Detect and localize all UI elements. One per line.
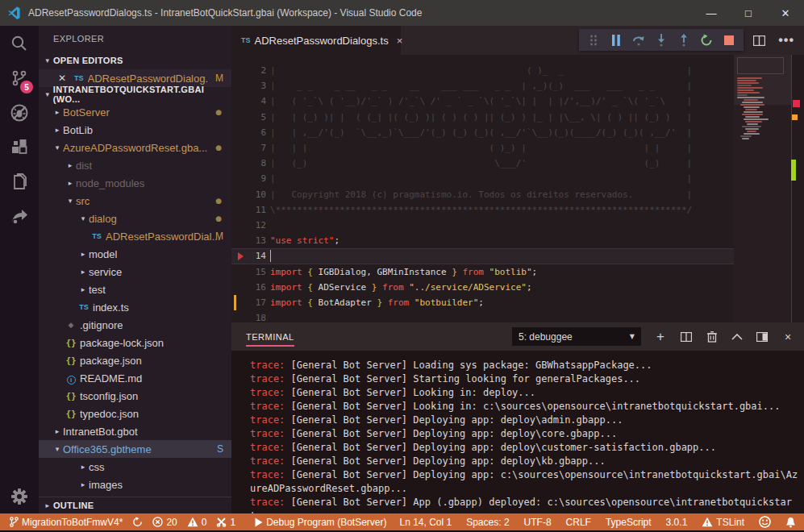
code-line-11[interactable]: 11\*************************************… [231,202,804,218]
extensions-icon[interactable] [0,130,39,164]
chevron-right-icon: ▸ [52,108,63,116]
new-terminal-icon[interactable]: + [651,322,670,351]
line-col-indicator[interactable]: Ln 14, Col 1 [399,517,452,528]
eol-indicator[interactable]: CRLF [566,517,591,528]
chevron-right-icon: ▸ [77,463,89,471]
code-line-8[interactable]: 8| (_) \___/' (_) | [231,156,804,171]
code-line-5[interactable]: 5| | (_) )| | ( (_| |( (_) )| ( ) ( ) ||… [231,110,804,125]
feedback-smiley-icon[interactable] [759,516,771,528]
warnings-item[interactable]: 0 [187,517,207,528]
code-line-10[interactable]: 10| Copyright 2018 (c) pragmatismo.io. T… [231,187,804,202]
terminal-output[interactable]: trace: [General Bot Server] Loading sys … [250,351,801,513]
kill-terminal-icon[interactable] [702,322,722,351]
tslint-item[interactable]: TSLint [702,517,744,528]
pause-icon[interactable] [608,32,624,48]
split-editor-icon[interactable] [753,35,765,46]
tree-item-package-lock-json[interactable]: {}package-lock.json [39,334,231,351]
tree-item-test[interactable]: ▸test [39,281,231,298]
terminal-line: trace: [General Bot Server] Looking in: … [250,386,801,400]
code-line-9[interactable]: 9| | [231,171,804,186]
errors-item[interactable]: 20 [152,517,177,528]
code-line-4[interactable]: 4| ( '_`\ ( '__)/'_` ) /'_`\ /' _ ` _ `\… [231,94,804,109]
version-indicator[interactable]: 3.0.1 [666,517,688,528]
minimap[interactable] [734,55,791,322]
documents-icon[interactable] [0,164,39,199]
tab-adresetpassworddialogs[interactable]: TS ADResetPasswordDialogs.ts × [231,26,401,55]
tree-item-package-json[interactable]: {}package.json [39,351,231,369]
tree-item-adresetpassworddial-[interactable]: TSADResetPasswordDial...M [39,227,231,245]
tree-item-dist[interactable]: ▸dist [39,156,231,174]
terminal-select[interactable]: 5: debuggee ▼ [512,327,641,346]
tree-item-azureadpasswordreset-gba-[interactable]: ▾AzureADPasswordReset.gba...● [39,139,231,156]
debug-icon[interactable] [0,95,39,130]
tree-item-service[interactable]: ▸service [39,263,231,281]
terminal-tab[interactable]: TERMINAL [246,322,294,351]
tree-item-dialog[interactable]: ▾dialog● [39,210,231,227]
code-line-2[interactable]: 2| ( )_ _ | [231,63,804,78]
tree-item-botserver[interactable]: ▸BotServer● [39,103,231,121]
git-branch-item[interactable]: MigrationToBotFmwV4* [10,517,123,528]
step-into-icon[interactable] [653,32,669,48]
share-icon[interactable] [0,199,39,234]
maximize-panel-icon[interactable] [727,322,747,351]
chevron-right-icon: ▸ [52,126,63,134]
code-line-6[interactable]: 6| | ,__/'(_) `\__,_)`\___/'(_) (_) (_)(… [231,125,804,140]
split-terminal-icon[interactable] [677,322,696,351]
tree-item-css[interactable]: ▸css [39,458,231,476]
maximize-button[interactable]: □ [730,0,767,26]
code-line-13[interactable]: 13"use strict"; [231,233,804,248]
tree-item-office365-gbtheme[interactable]: ▾Office365.gbthemeS [39,440,231,458]
debug-program-item[interactable]: Debug Program (BotServer) [255,517,386,528]
tree-item-src[interactable]: ▾src● [39,192,231,210]
chevron-down-icon: ▾ [77,214,89,222]
code-line-18[interactable]: 18 [231,310,804,322]
settings-gear-icon[interactable] [0,488,39,505]
code-line-3[interactable]: 3| _ _ _ __ _ _ __ ___ ___ _ _ | ,_)(_) … [231,78,804,94]
line-number: 2 [231,63,266,78]
overview-warning-marker [792,114,798,120]
tree-item-typedoc-json[interactable]: {}typedoc.json [39,405,231,422]
minimize-button[interactable]: — [693,0,730,26]
step-out-icon[interactable] [676,32,692,48]
tree-item-node-modules[interactable]: ▸node_modules [39,174,231,192]
line-number: 9 [231,171,266,186]
tab-close-icon[interactable]: × [397,35,403,47]
tree-item--gitignore[interactable]: ◆.gitignore [39,316,231,334]
more-actions-icon[interactable]: ••• [778,33,794,48]
code-line-7[interactable]: 7| | | ( )_) | | | | [231,140,804,156]
open-editors-header[interactable]: ▾ OPEN EDITORS [39,52,231,69]
restart-icon[interactable] [698,32,714,48]
code-line-16[interactable]: 16import { ADService } from "../service/… [231,280,804,295]
code-line-14[interactable]: 14 [231,248,804,264]
line-number: 16 [231,280,266,295]
tree-item-intranetbot-gbot[interactable]: ▸IntranetBot.gbot [39,422,231,440]
drag-grip-icon[interactable] [585,32,602,48]
close-panel-icon[interactable]: × [778,322,798,351]
close-button[interactable]: ✕ [767,0,804,26]
outline-header[interactable]: ▸ OUTLINE [39,497,231,513]
code-line-17[interactable]: 17import { BotAdapter } from "botbuilder… [231,295,804,310]
encoding-indicator[interactable]: UTF-8 [524,517,552,528]
tree-item-tsconfig-json[interactable]: {}tsconfig.json [39,387,231,405]
toggle-panel-layout-icon[interactable] [752,322,772,351]
code-line-12[interactable]: 12 [231,218,804,233]
tools-item[interactable]: 1 [216,517,235,528]
source-control-icon[interactable]: 5 [0,60,39,95]
tree-item-readme-md[interactable]: iREADME.md [39,369,231,387]
workspace-header[interactable]: ▾ INTRANETBOTQUICKSTART.GBAI (WO... [39,85,231,103]
step-over-icon[interactable] [631,32,647,48]
code-line-15[interactable]: 15import { IGBDialog, GBMinInstance } fr… [231,264,804,280]
stop-icon[interactable] [721,32,737,48]
sync-item[interactable] [132,517,143,527]
search-icon[interactable] [0,26,39,60]
tree-item-model[interactable]: ▸model [39,245,231,263]
code-editor[interactable]: 2| ( )_ _ |3| _ _ _ __ _ _ __ ___ ___ _ … [231,55,804,322]
tree-item-images[interactable]: ▸images [39,476,231,493]
tree-item-botlib[interactable]: ▸BotLib [39,121,231,139]
tree-item-index-ts[interactable]: TSindex.ts [39,298,231,316]
language-indicator[interactable]: TypeScript [606,517,652,528]
indent-indicator[interactable]: Spaces: 2 [466,517,509,528]
notifications-bell-icon[interactable] [785,517,796,528]
chevron-right-icon: ▸ [65,161,76,169]
close-icon[interactable]: ✕ [56,73,68,84]
